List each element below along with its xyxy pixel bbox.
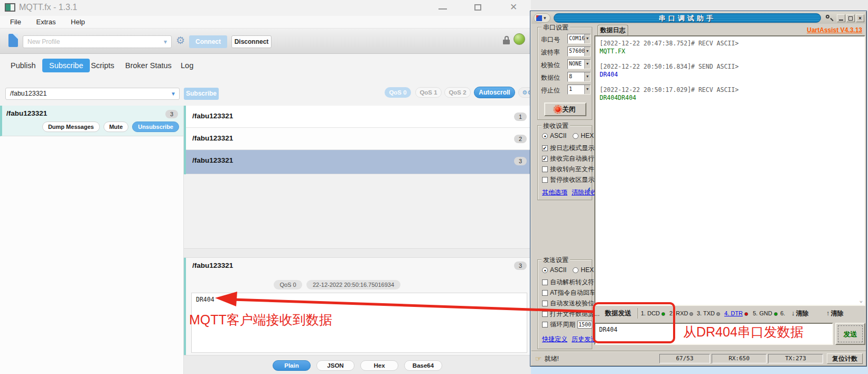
message-number-badge: 2 bbox=[514, 135, 527, 143]
tab-broker-status[interactable]: Broker Status bbox=[125, 61, 172, 70]
pin-indicator-dcd: 1. DCD bbox=[641, 310, 665, 316]
port-open-indicator-icon bbox=[555, 107, 561, 112]
send-settings-group: 发送设置 ● ASCII HEX 自动解析转义符 AT指令自动回车 自动发送校验… bbox=[537, 259, 592, 349]
format-plain-button[interactable]: Plain bbox=[273, 360, 311, 371]
recv-to-file-checkbox[interactable] bbox=[542, 166, 548, 172]
menu-file[interactable]: File bbox=[7, 18, 24, 26]
maximize-icon[interactable] bbox=[474, 4, 481, 11]
clear-receive-button[interactable]: ↓清除 bbox=[791, 309, 809, 318]
file-data-source-checkbox[interactable] bbox=[542, 311, 548, 317]
close-port-button[interactable]: 关闭 bbox=[544, 102, 586, 116]
subscription-options-gear-icon[interactable]: ⚙⚙ bbox=[518, 87, 531, 98]
format-json-button[interactable]: JSON bbox=[316, 360, 354, 371]
send-button[interactable]: 发送 bbox=[835, 323, 865, 345]
subscription-item[interactable]: /fabu123321 3 Dump Messages Mute Unsubsc… bbox=[0, 106, 183, 136]
log-timestamp: [2022-12-22 20:50:17.029]# RECV ASCII> bbox=[600, 86, 860, 94]
tab-subscribe[interactable]: Subscribe bbox=[42, 59, 90, 72]
auto-linefeed-checkbox[interactable]: ✓ bbox=[542, 156, 548, 162]
qos2-button[interactable]: QoS 2 bbox=[444, 87, 471, 98]
mqtt-window-title: MQTT.fx - 1.3.1 bbox=[19, 3, 77, 12]
format-base64-button[interactable]: Base64 bbox=[404, 360, 442, 371]
menu-help[interactable]: Help bbox=[68, 18, 88, 26]
auto-checksum-checkbox[interactable] bbox=[542, 301, 548, 306]
unsubscribe-button[interactable]: Unsubscribe bbox=[132, 121, 179, 132]
pin-indicator-dtr[interactable]: 4. DTR bbox=[724, 310, 748, 316]
data-log-tab[interactable]: 数据日志 bbox=[598, 25, 628, 35]
message-row[interactable]: /fabu123321 1 bbox=[186, 106, 531, 128]
close-icon[interactable]: × bbox=[856, 14, 864, 22]
arrow-up-icon: ↑ bbox=[826, 309, 830, 317]
baudrate-select[interactable]: 57600▼ bbox=[567, 46, 591, 57]
disconnect-button[interactable]: Disconnect bbox=[231, 35, 272, 48]
dcd-led-icon bbox=[661, 312, 665, 316]
annotation-left-text: MQTT客户端接收到数据 bbox=[189, 311, 332, 329]
dump-messages-button[interactable]: Dump Messages bbox=[42, 121, 100, 132]
tab-publish[interactable]: Publish bbox=[11, 61, 36, 70]
splitter-collapse-icon[interactable]: ‹ bbox=[588, 184, 591, 193]
message-count-badge: 3 bbox=[165, 110, 178, 118]
minimize-icon[interactable] bbox=[438, 8, 447, 10]
maximize-icon[interactable] bbox=[846, 14, 855, 22]
message-row-selected[interactable]: /fabu123321 3 bbox=[186, 150, 531, 174]
message-row[interactable]: /fabu123321 2 bbox=[186, 128, 531, 150]
parity-select[interactable]: NONE▼ bbox=[567, 59, 591, 69]
pause-display-checkbox[interactable] bbox=[542, 177, 548, 183]
receive-settings-group: 接收设置 ● ASCII HEX ✓ 按日志模式显示 ✓ 接收完自动换行 接收转… bbox=[537, 125, 592, 200]
log-payload: MQTT.FX bbox=[600, 48, 860, 55]
uartassist-version-link[interactable]: UartAssist V4.3.13 bbox=[807, 26, 862, 34]
message-number-badge: 3 bbox=[514, 157, 527, 165]
other-options-link[interactable]: 其他选项 bbox=[542, 188, 567, 197]
menu-extras[interactable]: Extras bbox=[33, 18, 59, 26]
detail-topic: /fabu123321 bbox=[192, 261, 233, 269]
subscribe-button[interactable]: Subscribe bbox=[184, 88, 219, 100]
close-icon[interactable]: ✕ bbox=[510, 2, 517, 13]
clear-receive-link[interactable]: 清除接收 bbox=[572, 188, 597, 197]
minimize-icon[interactable] bbox=[837, 14, 845, 22]
arrow-down-icon: ↓ bbox=[791, 309, 795, 317]
profile-placeholder: New Profile bbox=[27, 38, 60, 45]
pin-icon[interactable] bbox=[825, 14, 834, 23]
history-send-link[interactable]: 历史发送 bbox=[572, 335, 597, 344]
chevron-down-icon: ▼ bbox=[584, 72, 590, 81]
chevron-down-icon[interactable]: ▾ bbox=[164, 36, 167, 48]
databits-select[interactable]: 8▼ bbox=[567, 72, 591, 82]
mqtt-menubar: File Extras Help bbox=[0, 16, 531, 29]
rxd-led-icon bbox=[689, 312, 693, 316]
connection-status-icon bbox=[514, 33, 525, 45]
connect-button[interactable]: Connect bbox=[189, 35, 227, 48]
detail-timestamp-badge: 22-12-2022 20:50:16.75016934 bbox=[306, 280, 400, 289]
send-hex-radio[interactable] bbox=[573, 267, 578, 273]
at-auto-return-checkbox[interactable] bbox=[542, 290, 548, 296]
cycle-period-input[interactable]: 1500 bbox=[577, 321, 592, 329]
qos0-button[interactable]: QoS 0 bbox=[385, 87, 411, 98]
mute-button[interactable]: Mute bbox=[104, 121, 129, 132]
topic-input[interactable]: /fabu123321 ▼ bbox=[5, 88, 180, 100]
auto-escape-checkbox[interactable] bbox=[542, 279, 548, 285]
detail-qos-badge: QoS 0 bbox=[274, 280, 302, 289]
cycle-send-checkbox[interactable] bbox=[542, 322, 548, 328]
qos1-button[interactable]: QoS 1 bbox=[415, 87, 442, 98]
pin-indicator-gnd: 5. GND bbox=[753, 310, 778, 316]
shortcut-define-link[interactable]: 快捷定义 bbox=[542, 335, 567, 344]
com-port-select[interactable]: COM16 #US▼ bbox=[567, 34, 591, 44]
ready-hand-icon: ☞ bbox=[535, 354, 542, 363]
data-send-tab[interactable]: 数据发送 bbox=[601, 307, 636, 320]
scroll-down-icon[interactable]: ⌄ bbox=[859, 296, 863, 304]
format-hex-button[interactable]: Hex bbox=[360, 360, 398, 371]
tab-log[interactable]: Log bbox=[181, 61, 193, 70]
log-mode-checkbox[interactable]: ✓ bbox=[542, 145, 548, 151]
gear-icon[interactable]: ⚙ bbox=[176, 34, 185, 46]
clear-send-button[interactable]: ↑清除 bbox=[826, 309, 844, 318]
recv-ascii-radio[interactable]: ● bbox=[542, 133, 548, 139]
autoscroll-button[interactable]: Autoscroll bbox=[474, 87, 515, 98]
serial-app-icon[interactable]: ▾ bbox=[534, 13, 550, 23]
log-payload: DR404 bbox=[600, 71, 860, 79]
reset-count-button[interactable]: 复位计数 bbox=[827, 353, 863, 364]
new-profile-icon[interactable] bbox=[8, 34, 18, 47]
profile-combobox[interactable]: New Profile ▾ bbox=[23, 35, 172, 48]
stopbits-select[interactable]: 1▼ bbox=[567, 85, 591, 95]
chevron-down-icon[interactable]: ▼ bbox=[171, 88, 176, 99]
send-ascii-radio[interactable]: ● bbox=[542, 267, 548, 273]
tab-scripts[interactable]: Scripts bbox=[91, 61, 114, 70]
recv-hex-radio[interactable] bbox=[573, 133, 578, 139]
